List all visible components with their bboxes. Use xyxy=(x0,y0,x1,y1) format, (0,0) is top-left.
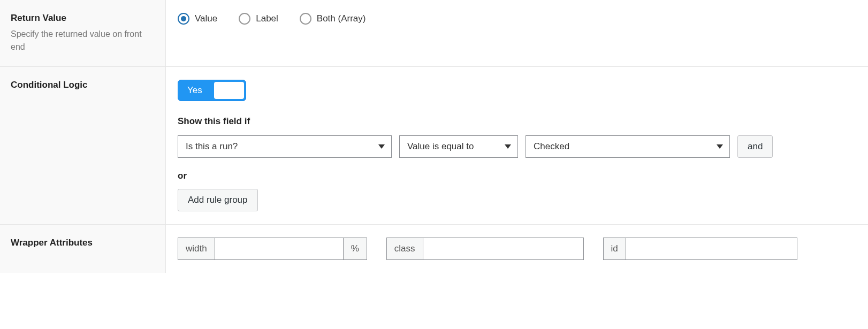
conditional-logic-label-cell: Conditional Logic xyxy=(0,67,166,224)
conditional-logic-toggle[interactable]: Yes xyxy=(178,80,246,101)
radio-icon xyxy=(178,13,189,25)
return-value-row: Return Value Specify the returned value … xyxy=(0,0,868,67)
chevron-down-icon xyxy=(717,144,723,149)
wrapper-attributes-title: Wrapper Attributes xyxy=(11,238,155,248)
conditional-logic-cell: Yes Show this field if Is this a run? Va… xyxy=(166,67,868,224)
width-input[interactable] xyxy=(215,238,344,260)
rule-operator-select[interactable]: Value is equal to xyxy=(399,135,518,158)
id-input[interactable] xyxy=(626,238,797,260)
id-label: id xyxy=(603,238,626,260)
rule-value-text: Checked xyxy=(534,141,569,152)
show-if-title: Show this field if xyxy=(178,116,856,127)
radio-option-both[interactable]: Both (Array) xyxy=(300,13,366,25)
class-input[interactable] xyxy=(423,238,584,260)
return-value-radio-group: Value Label Both (Array) xyxy=(178,13,856,25)
chevron-down-icon xyxy=(378,144,385,149)
return-value-cell: Value Label Both (Array) xyxy=(166,0,868,66)
conditional-logic-row: Conditional Logic Yes Show this field if… xyxy=(0,67,868,225)
toggle-handle-icon xyxy=(214,82,244,99)
width-suffix: % xyxy=(344,238,367,260)
class-attr-group: class xyxy=(386,238,584,260)
width-attr-group: width % xyxy=(178,238,367,260)
radio-icon xyxy=(300,13,311,25)
return-value-description: Specify the returned value on front end xyxy=(11,28,155,53)
and-button[interactable]: and xyxy=(737,135,773,158)
wrapper-attributes-row: Wrapper Attributes width % class id xyxy=(0,225,868,273)
wrapper-attributes-group: width % class id xyxy=(178,238,856,260)
radio-option-value[interactable]: Value xyxy=(178,13,217,25)
class-label: class xyxy=(386,238,423,260)
radio-option-label: Value xyxy=(195,13,217,24)
conditional-rule-row: Is this a run? Value is equal to Checked… xyxy=(178,135,856,158)
return-value-label-cell: Return Value Specify the returned value … xyxy=(0,0,166,66)
width-label: width xyxy=(178,238,215,260)
conditional-logic-title: Conditional Logic xyxy=(11,80,155,90)
rule-field-select[interactable]: Is this a run? xyxy=(178,135,392,158)
wrapper-attributes-label-cell: Wrapper Attributes xyxy=(0,225,166,273)
chevron-down-icon xyxy=(505,144,511,149)
return-value-title: Return Value xyxy=(11,13,155,24)
rule-field-value: Is this a run? xyxy=(186,141,238,152)
toggle-label: Yes xyxy=(180,85,210,96)
id-attr-group: id xyxy=(603,238,797,260)
radio-option-label: Label xyxy=(256,13,278,24)
or-label: or xyxy=(178,171,856,181)
add-rule-group-button[interactable]: Add rule group xyxy=(178,189,258,211)
radio-option-label: Both (Array) xyxy=(317,13,366,24)
rule-value-select[interactable]: Checked xyxy=(526,135,730,158)
radio-icon xyxy=(239,13,250,25)
wrapper-attributes-cell: width % class id xyxy=(166,225,868,273)
rule-operator-value: Value is equal to xyxy=(407,141,474,152)
radio-option-label-opt[interactable]: Label xyxy=(239,13,278,25)
